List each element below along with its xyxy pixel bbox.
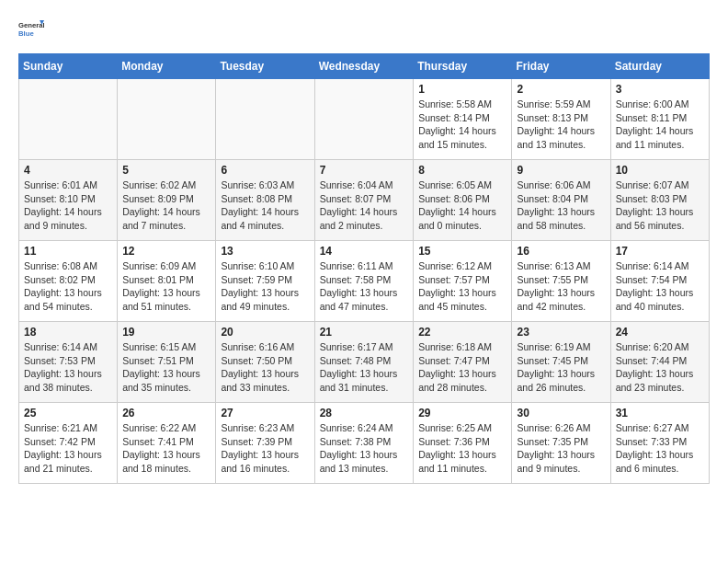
day-number: 1 xyxy=(418,83,506,96)
day-info: Sunrise: 6:23 AMSunset: 7:39 PMDaylight:… xyxy=(221,421,309,476)
day-number: 20 xyxy=(221,326,309,339)
day-number: 23 xyxy=(517,326,605,339)
calendar-cell: 29Sunrise: 6:25 AMSunset: 7:36 PMDayligh… xyxy=(414,403,512,484)
calendar-cell: 27Sunrise: 6:23 AMSunset: 7:39 PMDayligh… xyxy=(216,403,314,484)
weekday-header-tuesday: Tuesday xyxy=(216,54,314,79)
day-number: 19 xyxy=(122,326,210,339)
page-header: General Blue xyxy=(18,18,710,44)
day-info: Sunrise: 6:07 AMSunset: 8:03 PMDaylight:… xyxy=(616,178,704,233)
calendar-cell: 16Sunrise: 6:13 AMSunset: 7:55 PMDayligh… xyxy=(512,241,610,322)
day-number: 17 xyxy=(616,245,704,258)
day-info: Sunrise: 6:10 AMSunset: 7:59 PMDaylight:… xyxy=(221,259,309,314)
calendar-cell: 21Sunrise: 6:17 AMSunset: 7:48 PMDayligh… xyxy=(314,322,414,403)
calendar-cell: 11Sunrise: 6:08 AMSunset: 8:02 PMDayligh… xyxy=(19,241,118,322)
calendar-cell: 20Sunrise: 6:16 AMSunset: 7:50 PMDayligh… xyxy=(216,322,314,403)
calendar-cell: 10Sunrise: 6:07 AMSunset: 8:03 PMDayligh… xyxy=(610,160,709,241)
day-number: 7 xyxy=(320,164,409,177)
calendar-cell: 17Sunrise: 6:14 AMSunset: 7:54 PMDayligh… xyxy=(610,241,709,322)
calendar-week-row: 1Sunrise: 5:58 AMSunset: 8:14 PMDaylight… xyxy=(19,79,710,160)
day-number: 26 xyxy=(122,407,210,419)
day-number: 16 xyxy=(517,245,605,258)
calendar-cell: 30Sunrise: 6:26 AMSunset: 7:35 PMDayligh… xyxy=(512,403,610,484)
day-info: Sunrise: 5:59 AMSunset: 8:13 PMDaylight:… xyxy=(517,98,605,152)
weekday-header-monday: Monday xyxy=(118,54,216,79)
calendar-cell: 14Sunrise: 6:11 AMSunset: 7:58 PMDayligh… xyxy=(314,241,414,322)
day-info: Sunrise: 6:01 AMSunset: 8:10 PMDaylight:… xyxy=(24,178,112,233)
day-info: Sunrise: 6:27 AMSunset: 7:33 PMDaylight:… xyxy=(616,421,704,476)
calendar-cell: 12Sunrise: 6:09 AMSunset: 8:01 PMDayligh… xyxy=(118,241,216,322)
day-number: 30 xyxy=(517,407,605,419)
day-info: Sunrise: 6:02 AMSunset: 8:09 PMDaylight:… xyxy=(122,178,210,233)
calendar-cell: 5Sunrise: 6:02 AMSunset: 8:09 PMDaylight… xyxy=(118,160,216,241)
weekday-header-sunday: Sunday xyxy=(19,54,118,79)
day-info: Sunrise: 6:15 AMSunset: 7:51 PMDaylight:… xyxy=(122,340,210,395)
calendar-week-row: 11Sunrise: 6:08 AMSunset: 8:02 PMDayligh… xyxy=(19,241,710,322)
day-number: 13 xyxy=(221,245,309,258)
day-info: Sunrise: 6:20 AMSunset: 7:44 PMDaylight:… xyxy=(616,340,704,395)
day-number: 21 xyxy=(320,326,409,339)
day-number: 31 xyxy=(616,407,704,419)
day-number: 10 xyxy=(616,164,704,177)
day-number: 4 xyxy=(24,164,112,177)
day-info: Sunrise: 6:05 AMSunset: 8:06 PMDaylight:… xyxy=(418,178,506,233)
day-info: Sunrise: 6:06 AMSunset: 8:04 PMDaylight:… xyxy=(517,178,605,233)
day-info: Sunrise: 6:26 AMSunset: 7:35 PMDaylight:… xyxy=(517,421,605,476)
day-info: Sunrise: 6:03 AMSunset: 8:08 PMDaylight:… xyxy=(221,178,309,233)
calendar-cell: 9Sunrise: 6:06 AMSunset: 8:04 PMDaylight… xyxy=(512,160,610,241)
calendar-cell: 26Sunrise: 6:22 AMSunset: 7:41 PMDayligh… xyxy=(118,403,216,484)
calendar-cell: 2Sunrise: 5:59 AMSunset: 8:13 PMDaylight… xyxy=(512,79,610,160)
calendar-cell xyxy=(314,79,414,160)
calendar-cell xyxy=(216,79,314,160)
day-info: Sunrise: 6:24 AMSunset: 7:38 PMDaylight:… xyxy=(320,421,409,476)
weekday-header-thursday: Thursday xyxy=(414,54,512,79)
calendar-cell: 23Sunrise: 6:19 AMSunset: 7:45 PMDayligh… xyxy=(512,322,610,403)
day-info: Sunrise: 6:19 AMSunset: 7:45 PMDaylight:… xyxy=(517,340,605,395)
day-info: Sunrise: 6:25 AMSunset: 7:36 PMDaylight:… xyxy=(418,421,506,476)
logo-icon: General Blue xyxy=(18,18,44,44)
calendar-cell: 15Sunrise: 6:12 AMSunset: 7:57 PMDayligh… xyxy=(414,241,512,322)
day-info: Sunrise: 6:00 AMSunset: 8:11 PMDaylight:… xyxy=(616,98,704,152)
day-number: 3 xyxy=(616,83,704,96)
calendar-cell: 4Sunrise: 6:01 AMSunset: 8:10 PMDaylight… xyxy=(19,160,118,241)
day-info: Sunrise: 6:22 AMSunset: 7:41 PMDaylight:… xyxy=(122,421,210,476)
calendar-cell: 28Sunrise: 6:24 AMSunset: 7:38 PMDayligh… xyxy=(314,403,414,484)
day-info: Sunrise: 6:21 AMSunset: 7:42 PMDaylight:… xyxy=(24,421,112,476)
calendar-week-row: 4Sunrise: 6:01 AMSunset: 8:10 PMDaylight… xyxy=(19,160,710,241)
day-info: Sunrise: 5:58 AMSunset: 8:14 PMDaylight:… xyxy=(418,98,506,152)
weekday-header-row: SundayMondayTuesdayWednesdayThursdayFrid… xyxy=(19,54,710,79)
svg-text:General: General xyxy=(18,21,44,29)
day-info: Sunrise: 6:12 AMSunset: 7:57 PMDaylight:… xyxy=(418,259,506,314)
day-info: Sunrise: 6:08 AMSunset: 8:02 PMDaylight:… xyxy=(24,259,112,314)
svg-text:Blue: Blue xyxy=(18,29,34,38)
weekday-header-saturday: Saturday xyxy=(610,54,709,79)
day-number: 22 xyxy=(418,326,506,339)
day-number: 14 xyxy=(320,245,409,258)
day-number: 28 xyxy=(320,407,409,419)
logo: General Blue xyxy=(18,18,44,44)
day-info: Sunrise: 6:09 AMSunset: 8:01 PMDaylight:… xyxy=(122,259,210,314)
calendar-cell: 6Sunrise: 6:03 AMSunset: 8:08 PMDaylight… xyxy=(216,160,314,241)
day-info: Sunrise: 6:13 AMSunset: 7:55 PMDaylight:… xyxy=(517,259,605,314)
day-number: 29 xyxy=(418,407,506,419)
calendar-cell: 25Sunrise: 6:21 AMSunset: 7:42 PMDayligh… xyxy=(19,403,118,484)
calendar-cell: 13Sunrise: 6:10 AMSunset: 7:59 PMDayligh… xyxy=(216,241,314,322)
day-number: 6 xyxy=(221,164,309,177)
calendar-week-row: 18Sunrise: 6:14 AMSunset: 7:53 PMDayligh… xyxy=(19,322,710,403)
calendar-cell: 22Sunrise: 6:18 AMSunset: 7:47 PMDayligh… xyxy=(414,322,512,403)
calendar-cell: 24Sunrise: 6:20 AMSunset: 7:44 PMDayligh… xyxy=(610,322,709,403)
day-info: Sunrise: 6:18 AMSunset: 7:47 PMDaylight:… xyxy=(418,340,506,395)
calendar-table: SundayMondayTuesdayWednesdayThursdayFrid… xyxy=(18,53,710,484)
day-number: 9 xyxy=(517,164,605,177)
calendar-cell: 1Sunrise: 5:58 AMSunset: 8:14 PMDaylight… xyxy=(414,79,512,160)
calendar-cell: 8Sunrise: 6:05 AMSunset: 8:06 PMDaylight… xyxy=(414,160,512,241)
day-info: Sunrise: 6:17 AMSunset: 7:48 PMDaylight:… xyxy=(320,340,409,395)
day-number: 8 xyxy=(418,164,506,177)
day-number: 24 xyxy=(616,326,704,339)
calendar-cell: 18Sunrise: 6:14 AMSunset: 7:53 PMDayligh… xyxy=(19,322,118,403)
day-number: 2 xyxy=(517,83,605,96)
calendar-cell: 3Sunrise: 6:00 AMSunset: 8:11 PMDaylight… xyxy=(610,79,709,160)
calendar-cell xyxy=(19,79,118,160)
day-info: Sunrise: 6:14 AMSunset: 7:54 PMDaylight:… xyxy=(616,259,704,314)
calendar-cell: 19Sunrise: 6:15 AMSunset: 7:51 PMDayligh… xyxy=(118,322,216,403)
weekday-header-wednesday: Wednesday xyxy=(314,54,414,79)
